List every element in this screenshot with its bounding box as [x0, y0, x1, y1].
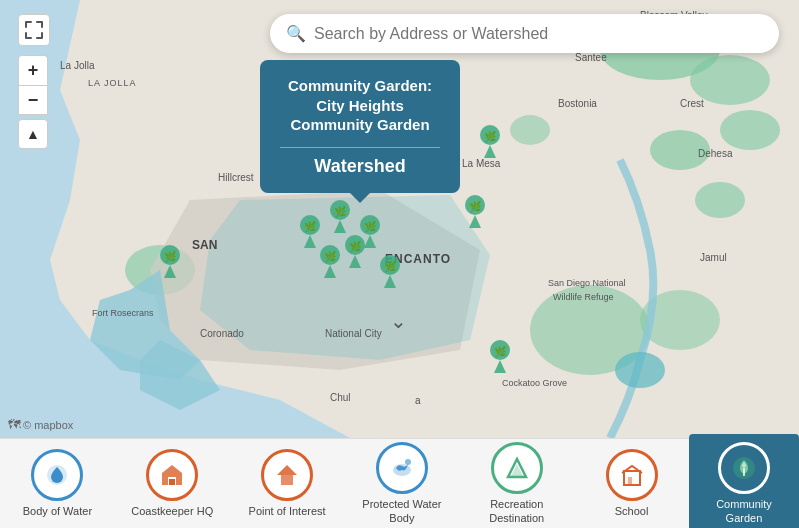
map-label-fort-rosecrans: Fort Rosecrans — [92, 308, 154, 318]
legend-item-protected-water-body[interactable]: Protected Water Body — [344, 434, 459, 528]
map-label-encanto: ENCANTO — [385, 252, 451, 266]
point-of-interest-icon — [261, 449, 313, 501]
svg-point-15 — [615, 352, 665, 388]
coastkeeper-hq-icon — [146, 449, 198, 501]
map-controls: + − ▲ — [18, 55, 48, 149]
map-label-jamul: Jamul — [700, 252, 727, 263]
map-label-coronado: Coronado — [200, 328, 244, 339]
legend-bar: Body of Water Coastkeeper HQ Point of In… — [0, 438, 799, 528]
legend-item-point-of-interest[interactable]: Point of Interest — [230, 441, 345, 526]
map-label-bostonia: Bostonia — [558, 98, 597, 109]
popup: Community Garden: City Heights Community… — [260, 60, 460, 193]
map-label-san-diego-nwr: San Diego National — [548, 278, 626, 288]
zoom-in-button[interactable]: + — [18, 55, 48, 85]
community-garden-icon — [718, 442, 770, 494]
recreation-destination-label: Recreation Destination — [463, 498, 570, 524]
map-label-crest: Crest — [680, 98, 704, 109]
map-label-national-city: National City — [325, 328, 382, 339]
legend-item-recreation-destination[interactable]: Recreation Destination — [459, 434, 574, 528]
svg-marker-50 — [277, 465, 297, 475]
legend-item-community-garden[interactable]: Community Garden — [689, 434, 799, 528]
map-label-san-diego-nwr2: Wildlife Refuge — [553, 292, 614, 302]
search-bar[interactable]: 🔍 — [270, 14, 779, 53]
svg-point-6 — [695, 182, 745, 218]
map-label-chula-vista-a: a — [415, 395, 421, 406]
map-chevron-icon[interactable]: ⌄ — [390, 309, 407, 333]
zoom-out-button[interactable]: − — [18, 85, 48, 115]
search-input[interactable] — [314, 25, 763, 43]
legend-item-coastkeeper-hq[interactable]: Coastkeeper HQ — [115, 441, 230, 526]
protected-water-body-icon — [376, 442, 428, 494]
compass-button[interactable]: ▲ — [18, 119, 48, 149]
svg-rect-56 — [628, 477, 632, 485]
popup-watershed: Watershed — [280, 156, 440, 177]
map-label-la-jolla: La Jolla — [60, 60, 94, 71]
svg-rect-48 — [169, 479, 175, 485]
svg-point-8 — [510, 115, 550, 145]
school-icon — [606, 449, 658, 501]
search-icon: 🔍 — [286, 24, 306, 43]
body-of-water-label: Body of Water — [23, 505, 92, 518]
popup-divider — [280, 147, 440, 148]
svg-point-11 — [720, 110, 780, 150]
map-label-chula: Chul — [330, 392, 351, 403]
map-label-hillcrest: Hillcrest — [218, 172, 254, 183]
point-of-interest-label: Point of Interest — [249, 505, 326, 518]
map-label-la-mesa: La Mesa — [462, 158, 500, 169]
map-label-cockatoo: Cockatoo Grove — [502, 378, 567, 388]
popup-title: Community Garden: City Heights Community… — [280, 76, 440, 135]
school-label: School — [615, 505, 649, 518]
map-label-santee: Santee — [575, 52, 607, 63]
map-label-dehesa: Dehesa — [698, 148, 732, 159]
coastkeeper-hq-label: Coastkeeper HQ — [131, 505, 213, 518]
map-label-lajolla-caps: LA JOLLA — [88, 78, 137, 88]
recreation-destination-icon — [491, 442, 543, 494]
legend-item-school[interactable]: School — [574, 441, 689, 526]
fullscreen-button[interactable] — [18, 14, 50, 46]
mapbox-attribution: 🗺 © mapbox — [8, 417, 73, 432]
map-label-san: SAN — [192, 238, 217, 252]
legend-item-body-of-water[interactable]: Body of Water — [0, 441, 115, 526]
protected-water-body-label: Protected Water Body — [348, 498, 455, 524]
body-of-water-icon — [31, 449, 83, 501]
community-garden-label: Community Garden — [699, 498, 789, 524]
svg-rect-49 — [281, 475, 293, 485]
svg-point-52 — [405, 459, 411, 465]
map-container: 🔍 + − ▲ Community Garden: City Heights C… — [0, 0, 799, 438]
